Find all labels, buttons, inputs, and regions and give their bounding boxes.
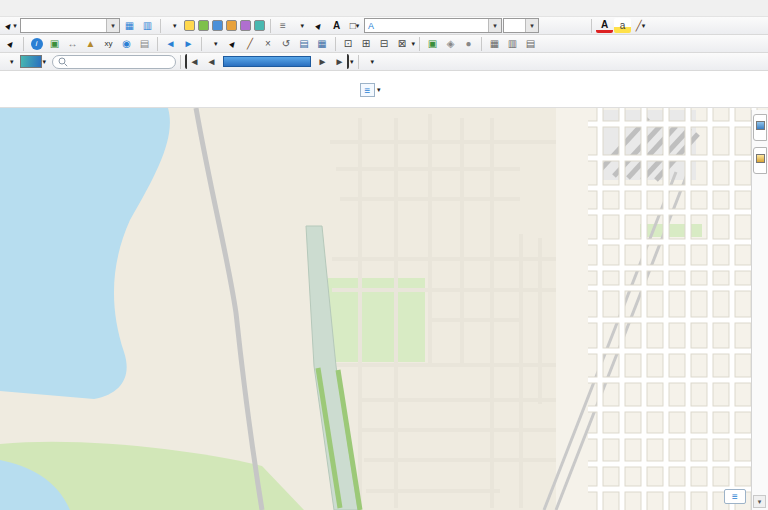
map-scale-combo[interactable]: ▾: [20, 18, 120, 33]
first-record-button[interactable]: ◄: [185, 54, 202, 69]
chevron-down-icon: ▾: [642, 22, 646, 30]
map-overflow-button[interactable]: ≡: [724, 489, 746, 504]
snap-end-icon[interactable]: ⊞: [358, 36, 375, 51]
chevron-down-icon[interactable]: ▾: [525, 19, 538, 32]
snap-vertex-icon[interactable]: ⊟: [376, 36, 393, 51]
find-icon[interactable]: ◉: [118, 36, 135, 51]
bold-button[interactable]: [540, 18, 555, 33]
create-features-icon[interactable]: ▣: [424, 36, 441, 51]
label-view-icon[interactable]: [226, 20, 237, 31]
info-icon[interactable]: i: [28, 36, 45, 51]
page-text-menu-button[interactable]: ▾: [363, 54, 380, 70]
measure-icon[interactable]: ↔: [64, 36, 81, 51]
map-canvas[interactable]: [0, 108, 768, 510]
label-pause-icon[interactable]: [254, 20, 265, 31]
tab-catalog[interactable]: [753, 147, 767, 174]
previous-record-button[interactable]: ◄: [203, 54, 220, 69]
separator: [358, 55, 359, 69]
html-popup-icon[interactable]: ▤: [136, 36, 153, 51]
trace-tool-icon[interactable]: ◈: [442, 36, 459, 51]
label-style-icon[interactable]: [184, 20, 195, 31]
grid-icon[interactable]: ▦: [486, 36, 503, 51]
separator: [419, 37, 420, 51]
split-tool-icon[interactable]: ×: [260, 36, 277, 51]
maps-menu-button[interactable]: ▾: [2, 54, 19, 70]
menu-bar: [0, 0, 768, 17]
italic-button[interactable]: [556, 18, 571, 33]
forward-extent-icon[interactable]: ►: [180, 36, 197, 51]
chevron-down-icon: ▾: [173, 22, 177, 30]
drawing-menu-button[interactable]: ▾: [293, 18, 310, 34]
menu-help[interactable]: [58, 7, 72, 9]
chevron-down-icon[interactable]: ▾: [106, 19, 119, 32]
font-color-icon[interactable]: A: [596, 19, 613, 33]
chevron-down-icon: ▾: [371, 58, 375, 66]
fill-color-icon[interactable]: a: [614, 18, 631, 33]
chevron-down-icon: ▾: [301, 22, 305, 30]
layout-icon[interactable]: ▥: [504, 36, 521, 51]
label-lock-icon[interactable]: [240, 20, 251, 31]
edit-tool-icon[interactable]: ►: [224, 36, 241, 51]
select-elements-icon[interactable]: ►: [310, 18, 327, 33]
sketch-pencil-icon[interactable]: ╱: [242, 36, 259, 51]
attributes-icon[interactable]: ▤: [296, 36, 313, 51]
overflow-icon[interactable]: ▤: [522, 36, 539, 51]
label-priority-icon[interactable]: [198, 20, 209, 31]
chevron-down-icon[interactable]: ▾: [488, 19, 501, 32]
toolbar-data-frame: ▾ ▾ ◄ ◄ ► ► ▾ ▾: [0, 53, 768, 71]
chevron-down-icon[interactable]: ▾: [350, 58, 354, 66]
separator: [23, 37, 24, 51]
chevron-down-icon[interactable]: ▾: [43, 58, 47, 66]
chevron-down-icon: ▾: [214, 40, 218, 48]
rectangle-tool-icon[interactable]: □▾: [346, 18, 363, 33]
menu-windows[interactable]: [44, 7, 58, 9]
time-slider-bar[interactable]: [223, 56, 311, 67]
search-input[interactable]: [71, 57, 170, 67]
toolbar-standard: ►▾ ▾ ▦ ▥ ▾ ≡ ▾ ► A □▾ A▾ ▾ A a ╱▾: [0, 17, 768, 35]
last-record-button[interactable]: ►: [332, 54, 349, 69]
underline-button[interactable]: [572, 18, 587, 33]
scroll-down-arrow[interactable]: ▾: [753, 495, 766, 508]
chevron-down-icon[interactable]: ▾: [377, 86, 381, 94]
labeling-menu-button[interactable]: ▾: [165, 18, 182, 34]
chart-icon[interactable]: ▥: [139, 18, 156, 33]
rotate-tool-icon[interactable]: ↺: [278, 36, 295, 51]
separator: [481, 37, 482, 51]
font-size-combo[interactable]: ▾: [503, 18, 539, 33]
go-to-xy-icon[interactable]: xy: [100, 36, 117, 51]
next-record-button[interactable]: ►: [314, 54, 331, 69]
snap-point-icon[interactable]: ⊡: [340, 36, 357, 51]
bookmark-icon[interactable]: ▣: [46, 36, 63, 51]
chevron-down-icon: ▾: [356, 22, 360, 30]
midpoint-tool-icon[interactable]: ●: [460, 36, 477, 51]
create-features-icon: [756, 121, 765, 130]
menu-customize[interactable]: [30, 7, 44, 9]
font-combo[interactable]: A▾: [364, 18, 502, 33]
sketch-properties-icon[interactable]: ▦: [314, 36, 331, 51]
search-box[interactable]: [52, 55, 176, 69]
select-graphics-tool[interactable]: ►▾: [2, 18, 19, 33]
tab-create-features[interactable]: [753, 114, 767, 141]
table-of-contents-icon[interactable]: ▦: [121, 18, 138, 33]
separator: [270, 19, 271, 33]
toolbar-tools-editor: ► i ▣ ↔ ▲ xy ◉ ▤ ◄ ► ▾ ► ╱ × ↺ ▤ ▦ ⊡ ⊞ ⊟…: [0, 35, 768, 53]
separator: [591, 19, 592, 33]
chevron-down-icon[interactable]: ▾: [412, 40, 416, 48]
label-weight-icon[interactable]: [212, 20, 223, 31]
text-tool-icon[interactable]: A: [328, 18, 345, 33]
chevron-down-icon: ▾: [10, 58, 14, 66]
pan-select-tool[interactable]: ►: [2, 36, 19, 51]
back-extent-icon[interactable]: ◄: [162, 36, 179, 51]
snap-edge-icon[interactable]: ⊠: [394, 36, 411, 51]
menu-geoprocessing[interactable]: [16, 7, 30, 9]
hyperlink-icon[interactable]: ▲: [82, 36, 99, 51]
menu-selection[interactable]: [2, 7, 16, 9]
line-color-pen-icon[interactable]: ╱▾: [632, 18, 649, 33]
color-swatch[interactable]: [20, 55, 42, 68]
separator: [157, 37, 158, 51]
cursor-icon: ►: [312, 19, 325, 32]
label-manager-icon[interactable]: ≡: [275, 18, 292, 33]
editor-menu-button[interactable]: ▾: [206, 36, 223, 52]
map-viewport[interactable]: [0, 108, 768, 510]
layer-list-icon[interactable]: ≡: [360, 83, 375, 97]
